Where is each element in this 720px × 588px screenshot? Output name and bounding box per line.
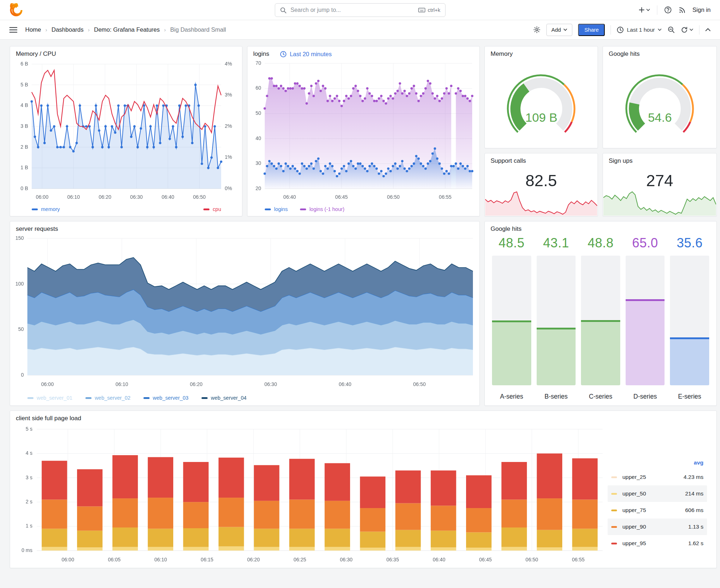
svg-text:54.6: 54.6: [648, 111, 671, 124]
time-range-picker[interactable]: Last 1 hour: [617, 26, 662, 33]
panel-title[interactable]: server requests: [16, 225, 58, 233]
legend-avg-value: 606 ms: [685, 507, 703, 513]
server-requests-chart[interactable]: [10, 233, 479, 405]
panel-memory-cpu: Memory / CPU: [10, 46, 242, 216]
support-calls-value: 82.5: [485, 171, 598, 190]
bar-gauge-column[interactable]: 48.5A-series: [492, 235, 531, 401]
bar-track: [492, 256, 531, 385]
panel-title[interactable]: Google hits: [609, 50, 640, 58]
shortcut-hint: ctrl+k: [418, 7, 440, 13]
panel-title[interactable]: Memory: [491, 50, 513, 58]
bar-value: 48.8: [581, 235, 620, 256]
panel-page-load: client side full page load avgupper_254.…: [10, 410, 717, 568]
bar-fill: [581, 320, 620, 385]
legend-avg-header[interactable]: avg: [608, 457, 707, 469]
legend-avg-value: 214 ms: [685, 490, 703, 497]
legend-row[interactable]: upper_75606 ms: [608, 502, 707, 519]
clock-icon: [617, 26, 624, 33]
legend-avg-value: 1.13 s: [688, 524, 703, 530]
bar-track: [626, 256, 665, 385]
legend-row[interactable]: upper_901.13 s: [608, 519, 707, 535]
gear-icon[interactable]: [533, 26, 541, 33]
bar-gauge-column[interactable]: 65.0D-series: [626, 235, 665, 401]
bar-gauge-column[interactable]: 35.6E-series: [670, 235, 709, 401]
breadcrumb: Home › Dashboards › Demo: Grafana Featur…: [25, 26, 226, 33]
bar-gauge-column[interactable]: 48.8C-series: [581, 235, 620, 401]
legend-series-name: upper_95: [622, 540, 688, 547]
panel-title[interactable]: Memory / CPU: [16, 50, 56, 58]
refresh-button[interactable]: [681, 26, 693, 33]
panel-title[interactable]: Support calls: [491, 157, 526, 165]
bar-value: 43.1: [537, 235, 576, 256]
bar-category-label: C-series: [581, 385, 620, 401]
rss-icon[interactable]: [679, 6, 686, 14]
google-hits-bar-gauge[interactable]: 48.5A-series43.1B-series48.8C-series65.0…: [485, 233, 716, 405]
bar-category-label: A-series: [492, 385, 531, 401]
menu-icon[interactable]: [9, 27, 17, 33]
legend-avg-value: 1.62 s: [688, 540, 703, 547]
bar-gauge-column[interactable]: 43.1B-series: [537, 235, 576, 401]
panel-google-hits-gauge: Google hits 54.6: [603, 46, 717, 148]
sign-in-link[interactable]: Sign in: [693, 6, 711, 13]
bar-track: [670, 256, 709, 385]
bar-fill: [537, 328, 576, 385]
bar-category-label: B-series: [537, 385, 576, 401]
legend-row[interactable]: upper_50214 ms: [608, 485, 707, 502]
help-icon[interactable]: [664, 6, 672, 14]
panel-title[interactable]: Sign ups: [609, 157, 632, 165]
breadcrumb-folder[interactable]: Demo: Grafana Features: [94, 26, 160, 33]
panel-logins: logins Last 20 minutes: [247, 46, 480, 216]
legend-swatch: [611, 543, 617, 544]
search-input[interactable]: [290, 6, 415, 14]
bar-category-label: D-series: [626, 385, 665, 401]
legend-series-name: upper_50: [622, 490, 685, 497]
chevron-up-icon[interactable]: [705, 28, 711, 31]
panel-google-hits-bars: Google hits 48.5A-series43.1B-series48.8…: [484, 221, 717, 406]
clock-icon: [280, 51, 287, 58]
legend-series-name: upper_75: [622, 507, 685, 513]
bar-category-label: E-series: [670, 385, 709, 401]
legend-swatch: [611, 476, 617, 478]
breadcrumb-home[interactable]: Home: [25, 26, 41, 33]
bar-fill: [626, 299, 665, 385]
page-load-legend: avgupper_254.23 msupper_50214 msupper_75…: [608, 423, 716, 568]
legend-row[interactable]: upper_254.23 ms: [608, 469, 707, 485]
sign-ups-value: 274: [603, 171, 716, 190]
add-button[interactable]: Add: [546, 24, 573, 36]
panel-title[interactable]: Google hits: [491, 225, 522, 233]
memory-cpu-chart[interactable]: [10, 58, 242, 216]
logins-chart[interactable]: [247, 58, 479, 216]
bar-fill: [492, 320, 531, 385]
keyboard-icon: [418, 7, 425, 13]
dashboard-toolbar: Home › Dashboards › Demo: Grafana Featur…: [0, 20, 720, 40]
legend-series-name: upper_90: [622, 524, 688, 530]
search-icon: [280, 7, 287, 14]
legend-swatch: [611, 493, 617, 495]
header-divider: [657, 5, 657, 15]
legend-swatch: [611, 510, 617, 511]
bar-value: 48.5: [492, 235, 531, 256]
google-hits-gauge[interactable]: 54.6: [603, 58, 716, 148]
panel-title[interactable]: logins: [253, 50, 269, 58]
page-load-chart[interactable]: [10, 423, 608, 568]
zoom-out-icon[interactable]: [667, 26, 675, 33]
legend-swatch: [611, 526, 617, 528]
legend-row[interactable]: upper_951.62 s: [608, 535, 707, 552]
toolbar-divider: [611, 25, 611, 35]
bar-track: [581, 256, 620, 385]
memory-gauge[interactable]: 109 B: [485, 58, 598, 148]
breadcrumb-dashboards[interactable]: Dashboards: [52, 26, 84, 33]
toolbar-divider-2: [699, 25, 699, 35]
legend-avg-value: 4.23 ms: [684, 474, 703, 480]
legend-series-name: upper_25: [622, 474, 684, 480]
panel-support-calls: Support calls 82.5: [484, 153, 598, 216]
time-override-badge[interactable]: Last 20 minutes: [280, 51, 331, 58]
grafana-logo[interactable]: [9, 3, 23, 17]
share-button[interactable]: Share: [578, 24, 605, 36]
global-search[interactable]: ctrl+k: [275, 3, 446, 17]
new-button[interactable]: [639, 7, 650, 13]
panel-server-requests: server requests: [10, 221, 480, 406]
panel-title[interactable]: client side full page load: [16, 415, 81, 422]
panel-sign-ups: Sign ups 274: [603, 153, 717, 216]
breadcrumb-current: Big Dashboard Small: [170, 26, 226, 33]
